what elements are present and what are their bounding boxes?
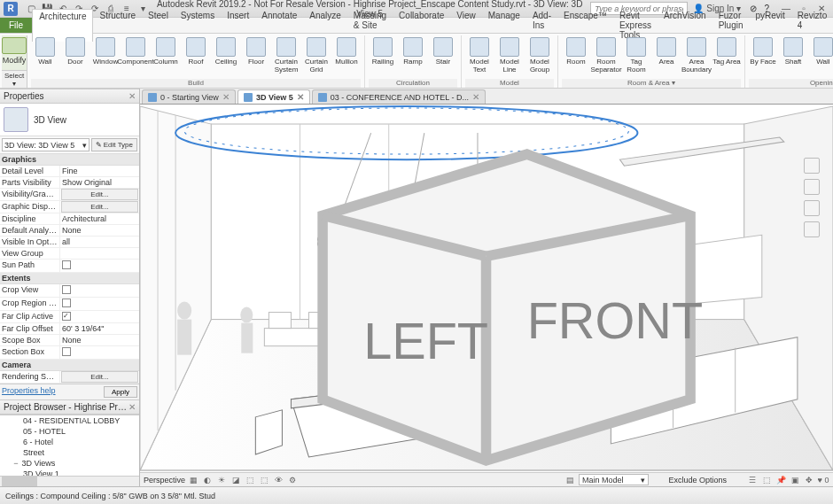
filter-icon[interactable]: ☰	[746, 475, 759, 485]
document-tab[interactable]: 3D View 5✕	[237, 89, 310, 104]
visual-style-icon[interactable]: ◐	[201, 475, 214, 485]
close-tab-icon[interactable]: ✕	[297, 92, 304, 102]
select-face-icon[interactable]: ▣	[789, 475, 801, 485]
ribbon-button-roof[interactable]: Roof	[182, 37, 210, 66]
property-category[interactable]: Graphics	[0, 154, 139, 166]
property-value[interactable]	[60, 311, 139, 322]
checkbox[interactable]	[62, 285, 71, 294]
property-value[interactable]: None	[60, 225, 139, 236]
ribbon-button-area-boundary[interactable]: Area Boundary	[682, 37, 711, 74]
document-tab[interactable]: 0 - Starting View✕	[142, 89, 236, 104]
project-browser-tree[interactable]: 04 - RESIDENTIAL LOBBY 05 - HOTEL 6 - Ho…	[0, 415, 139, 476]
ribbon-button-ceiling[interactable]: Ceiling	[212, 37, 240, 66]
ribbon-button-by-face[interactable]: By Face	[749, 37, 777, 66]
worksets-icon[interactable]: ▤	[564, 475, 577, 485]
property-category[interactable]: Extents	[0, 273, 139, 284]
property-value[interactable]: all	[60, 236, 139, 247]
property-name: Parts Visibility	[0, 177, 60, 188]
property-value[interactable]: Show Original	[60, 177, 139, 188]
file-tab[interactable]: File	[0, 18, 32, 33]
ribbon-button-room[interactable]: Room	[562, 37, 590, 66]
browser-node[interactable]: Street	[0, 447, 139, 458]
expand-icon[interactable]: −	[12, 459, 19, 468]
properties-help-link[interactable]: Properties help	[2, 386, 56, 398]
ribbon-button-window[interactable]: Window	[91, 37, 120, 66]
property-value[interactable]: Architectural	[60, 213, 139, 224]
browser-node[interactable]: − 3D Views	[0, 458, 139, 469]
select-pinned-icon[interactable]: 📌	[775, 475, 787, 485]
ribbon-button-room-separator[interactable]: Room Separator	[592, 37, 620, 74]
instance-selector[interactable]: 3D View: 3D View 5▾	[2, 138, 90, 151]
ribbon-button-model-group[interactable]: Model Group	[525, 37, 554, 74]
hide-icon[interactable]: 👁	[272, 475, 284, 485]
ribbon-button-floor[interactable]: Floor	[242, 37, 270, 66]
zoom-icon[interactable]	[804, 200, 820, 216]
property-category[interactable]: Camera	[0, 360, 139, 371]
render-icon[interactable]: ⬚	[244, 475, 256, 485]
ribbon-button-curtain-system[interactable]: Curtain System	[272, 37, 300, 74]
property-name: View Group	[0, 248, 60, 259]
nav-bar[interactable]	[803, 158, 821, 264]
browser-close-icon[interactable]: ✕	[128, 402, 136, 412]
browser-scrollbar[interactable]	[0, 476, 139, 486]
viewcube[interactable]: LEFT FRONT	[140, 113, 822, 472]
shadow-icon[interactable]: ◪	[230, 475, 242, 485]
ribbon-button-wall[interactable]: Wall	[31, 37, 59, 66]
checkbox[interactable]	[62, 347, 71, 356]
ribbon-button-stair[interactable]: Stair	[429, 37, 457, 66]
property-value[interactable]	[60, 248, 139, 259]
orbit-icon[interactable]	[804, 221, 820, 237]
ribbon-button-mullion[interactable]: Mullion	[332, 37, 361, 66]
drag-icon[interactable]: ✥	[803, 475, 815, 485]
property-value[interactable]: Fine	[60, 166, 139, 176]
pan-icon[interactable]	[804, 179, 820, 195]
checkbox[interactable]	[62, 299, 71, 307]
close-tab-icon[interactable]: ✕	[222, 92, 230, 102]
property-value[interactable]: 60' 3 19/64"	[60, 323, 139, 334]
ribbon-button-door[interactable]: Door	[61, 37, 90, 66]
property-value[interactable]: Edit...	[61, 371, 138, 383]
detail-icon[interactable]: ▦	[187, 475, 199, 485]
group-label: Circulation	[369, 79, 457, 88]
ribbon-button-tag-area[interactable]: Tag Area	[712, 37, 741, 66]
property-value[interactable]	[60, 260, 139, 272]
property-value[interactable]: Edit...	[61, 201, 138, 213]
reveal-icon[interactable]: ⚙	[286, 475, 299, 485]
scale-label[interactable]: Perspective	[144, 476, 185, 485]
modify-panel[interactable]: Modify Select ▾	[2, 35, 27, 88]
ribbon-button-component[interactable]: Component	[121, 37, 150, 66]
type-selector[interactable]: 3D View	[0, 104, 139, 136]
property-value[interactable]: Edit...	[61, 189, 138, 200]
select-links-icon[interactable]: ⬚	[760, 475, 773, 485]
browser-node[interactable]: 04 - RESIDENTIAL LOBBY	[0, 415, 139, 426]
properties-close-icon[interactable]: ✕	[128, 91, 136, 101]
close-tab-icon[interactable]: ✕	[472, 92, 479, 102]
design-option-combo[interactable]: Main Model▾	[579, 474, 650, 485]
edit-type-button[interactable]: ✎ Edit Type	[91, 138, 137, 151]
ribbon-button-area[interactable]: Area	[652, 37, 681, 66]
ribbon-button-column[interactable]: Column	[152, 37, 180, 66]
checkbox[interactable]	[62, 312, 71, 321]
sun-icon[interactable]: ☀	[215, 475, 228, 485]
steering-wheel-icon[interactable]	[804, 158, 820, 174]
property-value[interactable]	[60, 284, 139, 297]
document-tab[interactable]: 03 - CONFERENCE AND HOTEL - D...✕	[312, 89, 486, 104]
property-value[interactable]	[60, 346, 139, 359]
property-value[interactable]	[60, 298, 139, 310]
ribbon-button-railing[interactable]: Railing	[369, 37, 397, 66]
browser-node[interactable]: 05 - HOTEL	[0, 426, 139, 437]
crop-icon[interactable]: ⬚	[258, 475, 270, 485]
ribbon-button-shaft[interactable]: Shaft	[779, 37, 807, 66]
ribbon-button-wall[interactable]: Wall	[809, 37, 833, 66]
property-value[interactable]: None	[60, 335, 139, 345]
ribbon-button-model-line[interactable]: Model Line	[495, 37, 524, 74]
apply-button[interactable]: Apply	[104, 386, 137, 398]
checkbox[interactable]	[62, 260, 71, 269]
ribbon-button-model-text[interactable]: Model Text	[465, 37, 494, 74]
ribbon-button-tag-room[interactable]: Tag Room	[622, 37, 650, 74]
ribbon-button-curtain-grid[interactable]: Curtain Grid	[302, 37, 331, 74]
view-canvas[interactable]: LEFT FRONT	[140, 105, 833, 472]
ribbon-button-ramp[interactable]: Ramp	[399, 37, 427, 66]
browser-node[interactable]: 6 - Hotel	[0, 437, 139, 447]
browser-node[interactable]: 3D View 1	[0, 469, 139, 476]
